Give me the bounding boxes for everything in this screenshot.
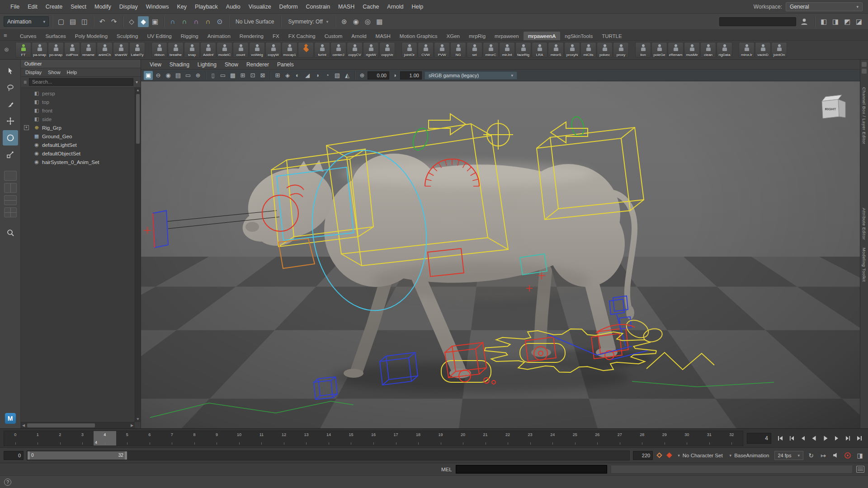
shelf-tab[interactable]: XGen [442,32,464,40]
shelf-item[interactable]: copyVe [379,42,395,58]
shelf-tab[interactable]: TURTLE [597,32,627,40]
shelf-item[interactable]: rigidW [363,42,379,58]
timeline-tick[interactable]: 2 [49,431,71,446]
safe-action-icon[interactable]: ⊡ [248,71,257,80]
timeline-tick[interactable]: 18 [407,431,429,446]
shelf-item[interactable]: count [233,42,249,58]
undo-button[interactable]: ↶ [97,16,108,27]
gamma-field[interactable]: 1.00 [400,71,422,80]
menu-item[interactable]: Audio [222,0,245,14]
lock-camera-icon[interactable]: ⊖ [154,71,163,80]
outliner-item[interactable]: + ◉ defaultObjectSet [21,149,141,158]
select-by-component-button[interactable]: ▣ [150,16,160,27]
render-current-frame-button[interactable]: ◉ [350,16,361,27]
rig-zigzag-curve[interactable] [646,352,714,370]
range-track[interactable]: 0 32 [27,450,630,460]
snap-to-point-button[interactable]: ∩ [191,16,202,27]
shelf-tab[interactable]: Rendering [235,32,268,40]
shelf-tab[interactable]: mrpRig [464,32,490,40]
channel-box-icon[interactable] [862,62,867,67]
rig-cog-control[interactable] [483,120,513,150]
symmetry-select[interactable]: Symmetry: Off ▾ [284,19,332,25]
redo-button[interactable]: ↷ [108,16,119,27]
motion-blur-icon[interactable]: ◔ [323,71,332,80]
timeline-tick[interactable]: 15 [340,431,363,446]
shelf-item[interactable]: shareW [113,42,129,58]
shelf-item[interactable]: CVW [418,42,434,58]
timeline-tick[interactable]: 11 [250,431,273,446]
shelf-item[interactable]: FT [15,42,31,58]
quick-search-input[interactable] [719,17,796,26]
render-settings-button[interactable]: ▦ [374,16,385,27]
timeline-tick[interactable]: 22 [496,431,519,446]
gamma-icon[interactable]: ◑ [390,71,399,80]
scrollbar-thumb[interactable] [136,94,140,144]
view-transform-select[interactable]: sRGB gamma (legacy) ▾ [425,71,517,80]
shelf-item[interactable]: jointOr [401,42,417,58]
fps-select[interactable]: 24 fps ▾ [774,451,804,460]
panel-menu-item[interactable]: View [146,61,165,68]
timeline-tick[interactable]: 25 [564,431,586,446]
outliner-item[interactable]: + ◧ side [21,115,141,123]
scale-tool-button[interactable] [3,147,18,162]
shelf-tab[interactable]: Sculpting [112,32,142,40]
timeline-tick[interactable]: 0 [4,431,27,446]
shelf-item[interactable]: miCtls [580,42,596,58]
shelf-item[interactable]: proxy [613,42,629,58]
timeline-tick[interactable]: 32 [721,431,743,446]
tab-modeling-toolkit[interactable]: Modeling Toolkit [862,248,867,282]
grid-icon[interactable]: ⊞ [273,71,282,80]
shelf-tab[interactable]: Motion Graphics [395,32,442,40]
panel-menu-item[interactable]: Renderer [242,61,273,68]
mel-toggle-button[interactable]: MEL [441,467,452,472]
menu-item[interactable]: Cache [359,0,383,14]
set-key-options-icon[interactable] [656,452,662,458]
shelf-item[interactable]: musMir [684,42,700,58]
playback-range-bar[interactable]: 0 32 [28,451,127,460]
step-forward-key-button[interactable] [831,433,842,444]
gate-mask-icon[interactable]: ▩ [228,71,237,80]
timeline-tick[interactable]: 4 4 [94,431,116,446]
anti-alias-icon[interactable]: ▧ [333,71,342,80]
menu-item[interactable]: Playback [191,0,222,14]
shelf-item[interactable]: copyCV [347,42,363,58]
outliner-item[interactable]: + ⊕ Rig_Grp [21,123,141,132]
select-tool-button[interactable] [3,63,18,79]
timeline-tick[interactable]: 24 [541,431,564,446]
go-to-end-button[interactable] [854,433,864,444]
shelf-tab[interactable]: ngSkinTools [560,32,597,40]
maya-account-button[interactable]: M [5,413,16,424]
snap-to-curve-button[interactable]: ∩ [179,16,190,27]
shelf-item[interactable]: pa-snap [32,42,47,58]
scroll-down-icon[interactable]: ▼ [135,417,141,422]
timeline-tick[interactable]: 27 [609,431,631,446]
timeline-tick[interactable]: 3 [71,431,94,446]
shelf-tab[interactable]: Curves [15,32,41,40]
script-editor-icon[interactable] [856,466,864,473]
select-by-hierarchy-button[interactable]: ◇ [126,16,137,27]
outliner-item[interactable]: + ◧ top [21,98,141,106]
shelf-item[interactable]: polvec [597,42,613,58]
outliner-menu-item[interactable]: Display [23,70,44,75]
scrollbar-thumb[interactable] [27,423,95,427]
zoom-tool-button[interactable] [3,225,18,240]
panel-menu-item[interactable]: Lighting [193,61,221,68]
sign-in-icon[interactable] [800,17,809,26]
select-camera-icon[interactable]: ▣ [144,71,153,80]
shelf-item[interactable]: ribbon [151,42,167,58]
film-gate-icon[interactable]: ▯ [208,71,217,80]
new-scene-button[interactable]: ▢ [56,16,66,27]
outliner-horizontal-scrollbar[interactable]: ◀ ▶ [21,422,135,428]
timeline-tick[interactable]: 6 [138,431,161,446]
viewcube-face-label[interactable]: RIGHT [825,107,836,111]
snap-to-plane-button[interactable]: ∩ [203,16,213,27]
scroll-right-icon[interactable]: ▶ [129,422,135,429]
rotate-tool-button[interactable] [3,130,18,145]
ui-layout-full-button[interactable]: ◪ [854,16,864,27]
shelf-item[interactable]: zRenam [668,42,684,58]
chevron-down-icon[interactable]: ▾ [136,80,138,84]
menu-item[interactable]: Deform [275,0,302,14]
menu-item[interactable]: Create [42,0,67,14]
camera-attributes-icon[interactable]: ◉ [164,71,173,80]
shelf-item[interactable]: animCh [97,42,113,58]
